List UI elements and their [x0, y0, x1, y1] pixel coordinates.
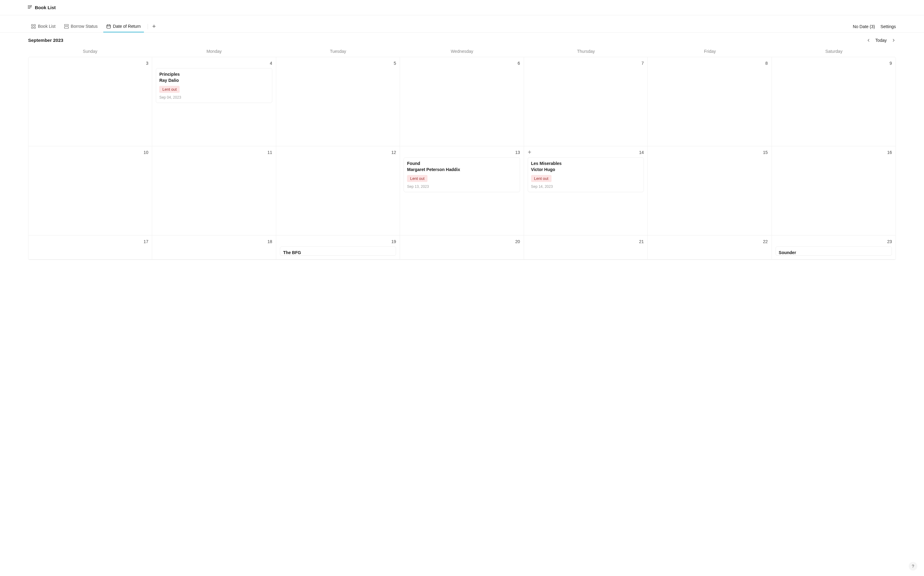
day-cell[interactable]: 7 — [524, 57, 648, 146]
board-icon — [64, 24, 69, 29]
event-title: The BFG — [283, 250, 392, 256]
day-cell[interactable]: 22 — [648, 235, 772, 259]
day-name: Monday — [152, 46, 276, 57]
event-author: Victor Hugo — [531, 167, 641, 173]
event-title: Sounder — [779, 250, 889, 256]
day-number: 11 — [156, 150, 272, 155]
day-name: Wednesday — [400, 46, 524, 57]
day-number: 15 — [652, 150, 767, 155]
event-card[interactable]: Les Miserables Victor Hugo Lent out Sep … — [528, 157, 644, 192]
tabs-bar: Book List Borrow Status Date of Return — [0, 21, 924, 33]
day-cell[interactable]: 21 — [524, 235, 648, 259]
svg-rect-7 — [64, 24, 69, 26]
day-number: 3 — [32, 61, 148, 66]
calendar-icon — [106, 24, 111, 29]
status-badge: Lent out — [159, 86, 180, 93]
day-cell[interactable]: 6 — [400, 57, 524, 146]
event-title: Principles — [159, 72, 269, 78]
svg-rect-3 — [32, 24, 33, 26]
add-view-button[interactable] — [149, 22, 159, 32]
day-cell[interactable]: 19 The BFG Roald Dahl — [276, 235, 400, 259]
no-date-button[interactable]: No Date (3) — [853, 24, 875, 29]
calendar-grid: 3 4 Principles Ray Dalio Lent out Sep 04… — [28, 57, 896, 260]
day-number: 21 — [528, 239, 644, 244]
event-author: Margaret Peterson Haddix — [407, 167, 516, 173]
day-number: 20 — [404, 239, 520, 244]
day-names-row: Sunday Monday Tuesday Wednesday Thursday… — [28, 46, 896, 57]
day-cell[interactable]: 9 — [772, 57, 895, 146]
day-cell[interactable]: 20 — [400, 235, 524, 259]
day-number: 16 — [775, 150, 892, 155]
svg-rect-5 — [32, 27, 33, 29]
day-number: 10 — [32, 150, 148, 155]
event-date: Sep 04, 2023 — [159, 95, 269, 99]
event-card[interactable]: The BFG Roald Dahl — [280, 246, 396, 256]
day-number: 5 — [280, 61, 396, 66]
event-card[interactable]: Principles Ray Dalio Lent out Sep 04, 20… — [156, 68, 272, 103]
month-label: September 2023 — [28, 38, 63, 43]
tab-label: Date of Return — [113, 24, 141, 29]
day-number: 14 — [528, 150, 644, 155]
tab-label: Book List — [38, 24, 56, 29]
status-badge: Lent out — [531, 175, 551, 182]
day-cell[interactable]: 5 — [276, 57, 400, 146]
event-date: Sep 13, 2023 — [407, 184, 516, 189]
tab-label: Borrow Status — [71, 24, 98, 29]
day-number: 19 — [280, 239, 396, 244]
tabs-right: No Date (3) Settings — [853, 24, 896, 29]
add-event-button[interactable] — [528, 150, 532, 155]
day-number: 22 — [652, 239, 767, 244]
day-name: Thursday — [524, 46, 648, 57]
day-cell[interactable]: 8 — [648, 57, 772, 146]
svg-rect-9 — [107, 25, 110, 28]
status-badge: Lent out — [407, 175, 428, 182]
day-cell[interactable]: 17 — [29, 235, 152, 259]
day-cell[interactable]: 12 — [276, 146, 400, 235]
day-cell[interactable]: 4 Principles Ray Dalio Lent out Sep 04, … — [152, 57, 276, 146]
day-number: 4 — [156, 61, 272, 66]
prev-month-button[interactable] — [866, 38, 871, 43]
day-number: 8 — [652, 61, 767, 66]
day-cell[interactable]: 3 — [29, 57, 152, 146]
list-icon — [27, 5, 32, 10]
day-cell[interactable]: 18 — [152, 235, 276, 259]
tab-book-list[interactable]: Book List — [28, 21, 59, 32]
day-cell[interactable]: 13 Found Margaret Peterson Haddix Lent o… — [400, 146, 524, 235]
day-cell[interactable]: 23 Sounder William H. Armstrong — [772, 235, 895, 259]
tab-borrow-status[interactable]: Borrow Status — [61, 21, 101, 32]
svg-rect-4 — [34, 24, 35, 26]
page-title: Book List — [35, 5, 56, 10]
day-cell[interactable]: 15 — [648, 146, 772, 235]
day-number: 12 — [280, 150, 396, 155]
event-date: Sep 14, 2023 — [531, 184, 641, 189]
day-number: 6 — [404, 61, 520, 66]
event-card[interactable]: Sounder William H. Armstrong — [775, 246, 892, 256]
calendar-header: September 2023 Today — [0, 33, 924, 46]
next-month-button[interactable] — [891, 38, 896, 43]
day-number: 9 — [775, 61, 892, 66]
nav-controls: Today — [866, 38, 896, 43]
day-cell[interactable]: 11 — [152, 146, 276, 235]
day-number: 17 — [32, 239, 148, 244]
day-name: Sunday — [28, 46, 152, 57]
day-name: Friday — [648, 46, 772, 57]
day-cell[interactable]: 16 — [772, 146, 895, 235]
event-title: Les Miserables — [531, 161, 641, 167]
day-name: Tuesday — [276, 46, 400, 57]
tabs-left: Book List Borrow Status Date of Return — [28, 21, 159, 32]
event-card[interactable]: Found Margaret Peterson Haddix Lent out … — [404, 157, 520, 192]
day-cell[interactable]: 10 — [29, 146, 152, 235]
grid-icon — [31, 24, 36, 29]
svg-rect-6 — [34, 27, 35, 29]
event-author: Ray Dalio — [159, 78, 269, 84]
settings-button[interactable]: Settings — [880, 24, 896, 29]
today-button[interactable]: Today — [875, 38, 887, 43]
tab-date-of-return[interactable]: Date of Return — [103, 21, 144, 32]
day-name: Saturday — [772, 46, 896, 57]
day-number: 23 — [775, 239, 892, 244]
day-number: 13 — [404, 150, 520, 155]
day-cell[interactable]: 14 Les Miserables Victor Hugo Lent out S… — [524, 146, 648, 235]
day-number: 7 — [528, 61, 644, 66]
calendar: Sunday Monday Tuesday Wednesday Thursday… — [0, 46, 924, 266]
tab-divider — [147, 24, 148, 29]
